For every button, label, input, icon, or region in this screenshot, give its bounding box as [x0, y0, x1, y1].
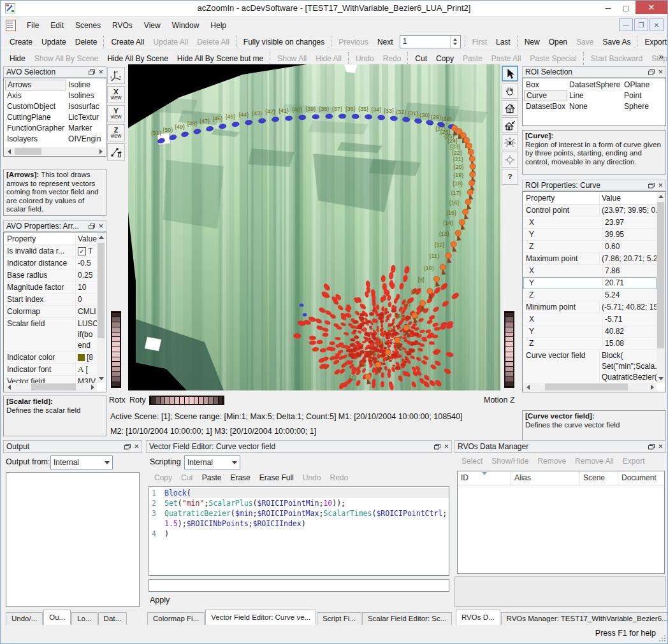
property-row-y[interactable]: Y39.95	[523, 229, 657, 241]
rvos-data-manager-panel-title[interactable]: RVOs Data Manager ×	[454, 440, 666, 453]
checkbox[interactable]: ✓	[78, 247, 86, 255]
list-item-none[interactable]: None	[567, 101, 622, 112]
list-item-oplane[interactable]: OPlane	[622, 80, 664, 90]
tab-rvos-d[interactable]: RVOs D...	[456, 610, 500, 625]
float-panel-icon[interactable]	[434, 444, 440, 450]
float-panel-icon[interactable]	[648, 183, 655, 189]
list-item-customobject[interactable]: CustomObject	[5, 101, 66, 112]
pan-hand-icon[interactable]	[502, 83, 518, 99]
open-button[interactable]: Open	[544, 36, 572, 48]
mdi-restore-button[interactable]: ❐	[634, 18, 648, 31]
code-line[interactable]: 2Set("min";ScalarPlus($ROICIPointMin;10)…	[149, 498, 449, 508]
roty-label[interactable]: Roty	[129, 396, 146, 404]
page-spinbox[interactable]: 1	[400, 35, 461, 48]
list-item-isoline[interactable]: Isoline	[66, 80, 105, 90]
resize-grip[interactable]	[659, 635, 665, 641]
list-item-isosurfac[interactable]: Isosurfac	[66, 101, 105, 112]
float-panel-icon[interactable]	[89, 69, 95, 75]
menu-view[interactable]: View	[138, 18, 166, 32]
list-item-cuttingplane[interactable]: CuttingPlane	[5, 112, 66, 123]
rotx-label[interactable]: Rotx	[109, 396, 126, 404]
avo-properties-panel-title[interactable]: AVO Properties: Arr... ×	[3, 220, 106, 232]
spinbox-arrows[interactable]	[450, 36, 460, 48]
mdi-close-button[interactable]: ✕	[650, 18, 664, 31]
erase-full-button[interactable]: Erase Full	[255, 472, 298, 483]
list-item-box[interactable]: Box	[524, 80, 567, 90]
property-row-x[interactable]: X-5.71	[523, 313, 657, 326]
float-panel-icon[interactable]	[648, 69, 655, 75]
list-item-curve[interactable]: Curve	[524, 90, 567, 101]
close-panel-icon[interactable]: ×	[98, 69, 103, 75]
property-row-minimum-point[interactable]: Minimum point(-5.71; 40.82; 15....	[523, 301, 657, 313]
maximize-button[interactable]: ▢	[616, 1, 635, 15]
home-icon[interactable]	[502, 100, 518, 116]
script-input-field[interactable]	[149, 579, 449, 592]
left-colormap-strip[interactable]	[111, 311, 121, 388]
right-colormap-strip[interactable]	[504, 311, 514, 388]
list-item-datasetsphere[interactable]: DatasetSphere	[567, 80, 622, 90]
property-row-z[interactable]: Z15.08	[523, 338, 657, 350]
code-line[interactable]: 3QuatraticBezier($min;$ROICIPointMax;Sca…	[149, 508, 449, 519]
roi-selection-list[interactable]: BoxCurveDatasetBoxDatasetSphereLineNoneO…	[522, 78, 666, 126]
minimize-button[interactable]: –	[599, 1, 618, 15]
tab-colormap-fi[interactable]: Colormap Fi...	[147, 612, 205, 625]
save-as-button[interactable]: Save As	[598, 36, 635, 48]
close-button[interactable]: ✕	[635, 1, 667, 14]
update-button[interactable]: Update	[37, 36, 71, 48]
column-header-document[interactable]: Document	[618, 471, 664, 485]
export-button[interactable]: Export	[640, 36, 668, 48]
tab-script-fi[interactable]: Script Fi...	[317, 612, 361, 625]
list-item-arrows[interactable]: Arrows	[5, 80, 66, 90]
code-line[interactable]: 1Block(	[149, 488, 449, 498]
close-panel-icon[interactable]: ×	[98, 223, 103, 229]
scroll-up-arrow[interactable]	[97, 233, 105, 241]
property-row-start-index[interactable]: Start index0	[4, 294, 97, 306]
output-source-dropdown[interactable]: Internal	[50, 455, 113, 469]
float-panel-icon[interactable]	[648, 444, 655, 450]
3d-viewport[interactable]: {51}{50}{49}{48}{47}{46}{45}{44}{43}{42}…	[128, 64, 500, 390]
view-all-icon[interactable]	[502, 134, 518, 150]
column-header-scene[interactable]: Scene	[580, 471, 618, 485]
property-row-indicator-distance[interactable]: Indicator distance-0.5	[4, 257, 97, 269]
tab-dat[interactable]: Dat...	[98, 612, 127, 625]
tab-undo[interactable]: Undo/...	[6, 612, 43, 625]
property-row-z[interactable]: Z5.24	[523, 289, 657, 301]
menu-help[interactable]: Help	[205, 18, 232, 32]
toolbar-overflow-chevron[interactable]: »	[659, 52, 664, 61]
tab-lo[interactable]: Lo...	[71, 612, 97, 625]
rot-colormap-strip[interactable]	[149, 396, 224, 405]
x-view-button[interactable]: Xview	[107, 86, 125, 103]
close-panel-icon[interactable]: ×	[444, 443, 449, 450]
help-button[interactable]: ?	[502, 169, 518, 185]
3d-scene-render[interactable]: {51}{50}{49}{48}{47}{46}{45}{44}{43}{42}…	[128, 64, 500, 390]
code-line[interactable]: 1.5);$ROICINbPoints;$ROICIIndex)	[149, 519, 449, 529]
tab-vector-field-editor-curve-ve[interactable]: Vector Field Editor: Curve ve...	[205, 610, 316, 625]
scroll-left-arrow[interactable]	[4, 383, 13, 391]
property-row-base-radius[interactable]: Base radius0.25	[4, 269, 97, 282]
hide-all-by-scene-button[interactable]: Hide All By Scene	[103, 53, 172, 64]
axes-icon[interactable]: zxy	[107, 67, 125, 84]
roi-properties-table-box[interactable]: PropertyValueControl point(23.97; 39.95;…	[522, 191, 666, 392]
roi-properties-panel-title[interactable]: ROI Properties: Curve ×	[522, 180, 666, 191]
close-panel-icon[interactable]: ×	[658, 443, 663, 450]
erase-button[interactable]: Erase	[226, 472, 254, 483]
float-panel-icon[interactable]	[124, 444, 131, 450]
property-row-scalar-field[interactable]: Scalar fieldLUSCif(boend	[4, 318, 97, 352]
property-row-indicator-font[interactable]: Indicator fontA[	[4, 364, 97, 376]
hide-button[interactable]: Hide	[5, 53, 30, 64]
scroll-up-arrow[interactable]	[657, 192, 665, 201]
list-item-sphere[interactable]: Sphere	[622, 101, 664, 112]
avo-selection-panel-title[interactable]: AVO Selection ×	[3, 66, 106, 78]
property-row-indicator-color[interactable]: Indicator color[8	[4, 352, 97, 364]
property-row-colormap[interactable]: ColormapCMLI	[4, 306, 97, 318]
document-icon[interactable]	[6, 20, 16, 31]
float-panel-icon[interactable]	[89, 224, 95, 229]
list-item-marker[interactable]: Marker	[66, 123, 105, 134]
close-panel-icon[interactable]: ×	[134, 443, 139, 450]
horizontal-scrollbar[interactable]	[4, 147, 105, 155]
avo-selection-list[interactable]: ArrowsAxisCustomObjectCuttingPlaneFuncti…	[3, 78, 106, 157]
horizontal-scrollbar[interactable]	[4, 383, 97, 391]
delete-button[interactable]: Delete	[71, 36, 102, 48]
list-item-isolines[interactable]: Isolines	[66, 90, 105, 101]
cut-button[interactable]: Cut	[410, 53, 432, 64]
